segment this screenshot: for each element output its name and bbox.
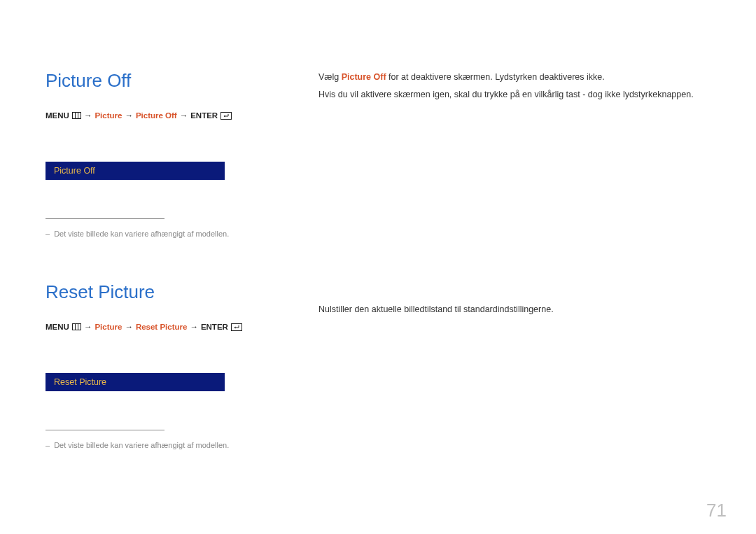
desc-post: for at deaktivere skærmen. Lydstyrken de… [386, 72, 605, 82]
divider [46, 218, 164, 219]
desc-pre: Vælg [318, 72, 342, 82]
right-column: Vælg Picture Off for at deaktivere skærm… [318, 70, 710, 493]
arrow-icon: → [190, 323, 198, 331]
description-line2: Hvis du vil aktivere skærmen igen, skal … [318, 87, 710, 102]
breadcrumb-enter-label: ENTER [190, 111, 218, 120]
breadcrumb-menu-label: MENU [46, 323, 69, 331]
arrow-icon: → [180, 111, 188, 120]
enter-icon [231, 323, 242, 331]
description-picture-off: Vælg Picture Off for at deaktivere skærm… [318, 70, 710, 103]
menu-icon [72, 112, 81, 119]
note-text: Det viste billede kan variere afhængigt … [54, 441, 229, 449]
divider [46, 430, 164, 430]
svg-rect-0 [72, 113, 80, 119]
arrow-icon: → [84, 111, 92, 120]
breadcrumb-step-picture: Picture [94, 323, 122, 331]
document-page: Picture Off MENU → Picture → Picture Off… [0, 0, 756, 521]
note-text: Det viste billede kan variere afhængigt … [54, 230, 229, 238]
note-reset-picture: –Det viste billede kan variere afhængigt… [46, 440, 276, 451]
description-reset-picture: Nulstiller den aktuelle billedtilstand t… [318, 302, 710, 317]
menu-icon [72, 323, 81, 330]
breadcrumb-reset-picture: MENU → Picture → Reset Picture → ENTER [46, 323, 276, 331]
ui-highlight-reset-picture: Reset Picture [46, 373, 225, 391]
section-heading-reset-picture: Reset Picture [46, 281, 276, 303]
page-number: 71 [706, 500, 727, 521]
picture-off-section: Picture Off MENU → Picture → Picture Off… [46, 70, 276, 239]
ui-highlight-picture-off: Picture Off [46, 162, 225, 180]
breadcrumb-menu-label: MENU [46, 111, 69, 120]
note-dash: – [46, 230, 50, 238]
breadcrumb-step-reset-picture: Reset Picture [136, 323, 188, 331]
note-dash: – [46, 441, 50, 449]
ui-label: Reset Picture [54, 377, 106, 387]
ui-label: Picture Off [54, 166, 95, 176]
note-picture-off: –Det viste billede kan variere afhængigt… [46, 229, 276, 239]
breadcrumb-step-picture-off: Picture Off [136, 111, 177, 120]
description-line1: Vælg Picture Off for at deaktivere skærm… [318, 70, 710, 85]
desc-accent: Picture Off [342, 72, 386, 82]
description-line: Nulstiller den aktuelle billedtilstand t… [318, 302, 710, 317]
svg-rect-4 [72, 324, 80, 330]
reset-picture-section: Reset Picture MENU → Picture → Reset Pic… [46, 281, 276, 451]
arrow-icon: → [84, 323, 92, 331]
breadcrumb-step-picture: Picture [94, 111, 122, 120]
section-heading-picture-off: Picture Off [46, 70, 276, 92]
breadcrumb-picture-off: MENU → Picture → Picture Off → ENTER [46, 111, 276, 120]
enter-icon [220, 112, 232, 120]
arrow-icon: → [125, 111, 133, 120]
arrow-icon: → [125, 323, 133, 331]
left-column: Picture Off MENU → Picture → Picture Off… [46, 70, 276, 493]
breadcrumb-enter-label: ENTER [201, 323, 228, 331]
